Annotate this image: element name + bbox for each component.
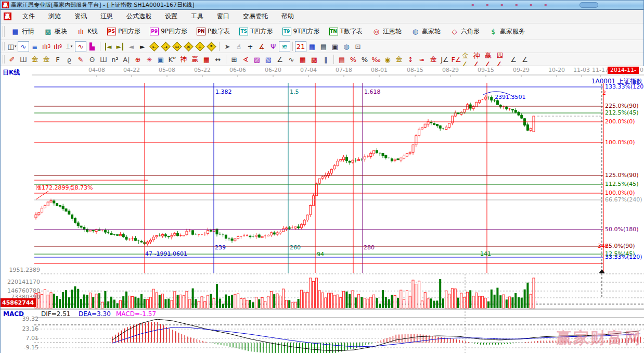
menu-item-7[interactable]: 工具 — [184, 10, 210, 23]
color-histogram-button[interactable]: ▙ — [86, 41, 98, 52]
spiral-button[interactable]: ϱ — [63, 54, 75, 65]
square-of-nine-button[interactable]: n² — [109, 54, 121, 65]
red-grid-button[interactable]: ▦ — [297, 54, 308, 65]
ray-box-button[interactable]: ▧ — [263, 54, 274, 65]
winner-service-button[interactable]: $赢家服务 — [484, 26, 530, 37]
t-table-button[interactable]: TNT数字表 — [325, 26, 367, 37]
gold-line-button[interactable]: 金 — [393, 54, 405, 65]
client-button[interactable]: ⊡ — [352, 41, 364, 52]
toolbar-grip[interactable] — [2, 42, 5, 51]
diamond-hrange-button[interactable]: ↔ — [171, 41, 183, 52]
menu-item-4[interactable]: 江恩 — [94, 10, 120, 23]
win-angle-button[interactable]: 赢∠ — [485, 54, 496, 65]
time-cycle-button[interactable]: Θ — [86, 54, 98, 65]
pointer-button[interactable]: ➤ — [222, 41, 233, 52]
grid123-button[interactable]: ▦ — [201, 54, 212, 65]
gold-circle-button[interactable]: ◉ — [382, 54, 393, 65]
red-grid2-button[interactable]: ▩ — [308, 54, 320, 65]
prev-button[interactable]: ◄ — [125, 41, 137, 52]
web-data-button[interactable]: ◍ — [341, 41, 352, 52]
diamond-x-button[interactable]: × — [183, 41, 194, 52]
menu-item-2[interactable]: 浏览 — [42, 10, 68, 23]
f-angle-button[interactable]: F∠ — [450, 54, 462, 65]
purple-tool-button[interactable]: Ψ — [267, 41, 279, 52]
period-combo-button[interactable]: ◫▾ — [6, 41, 18, 52]
bars3-button[interactable]: ılı3 — [41, 41, 52, 52]
menu-item-9[interactable]: 交易委托 — [236, 10, 275, 23]
red-wave-button[interactable]: ≈ — [416, 54, 428, 65]
p-square-button[interactable]: PSP四方形 — [102, 26, 145, 37]
fib-lines-button[interactable]: F — [52, 54, 63, 65]
save-button[interactable]: ▣ — [329, 41, 341, 52]
menu-item-3[interactable]: 资讯 — [68, 10, 94, 23]
gold-hlines-button[interactable]: 金 — [29, 54, 41, 65]
chart-canvas[interactable]: 日K线 1A0001 上证指数 04-0804-2205-0805-2206-0… — [1, 66, 644, 353]
zigzag-blue-button[interactable]: ∿ — [18, 41, 29, 52]
parallel-button[interactable]: ∥ — [320, 54, 331, 65]
kline-mark-button[interactable]: K” — [166, 54, 178, 65]
toolbar-grip[interactable] — [2, 26, 5, 37]
calculator-button[interactable]: ▦ — [306, 41, 318, 52]
sectors-button[interactable]: ▩板块 — [39, 26, 72, 37]
p-table-button[interactable]: PNP数字表 — [192, 26, 235, 37]
first-page-button[interactable]: ◄ — [102, 41, 114, 52]
updown-button[interactable]: ↕ — [405, 54, 416, 65]
hand-button[interactable]: ☝ — [233, 41, 244, 52]
t-square-button[interactable]: TST四方形 — [235, 26, 277, 37]
time-lines-button[interactable]: Ш — [18, 54, 29, 65]
notes-button[interactable]: ▤ — [318, 41, 329, 52]
diamond-star-button[interactable]: * — [205, 41, 217, 52]
wave-button[interactable]: ∿ — [286, 54, 297, 65]
calendar-button[interactable]: 21 — [295, 41, 306, 52]
menu-item-6[interactable]: 设置 — [158, 10, 184, 23]
menu-item-1[interactable]: 文件 — [16, 10, 42, 23]
gann-wheel-button[interactable]: ◎江恩轮 — [367, 26, 406, 37]
brain-button[interactable]: ≋ — [279, 41, 290, 52]
kline-button[interactable]: ılıK线 — [72, 26, 102, 37]
magic-angle-button[interactable]: 神∠ — [473, 54, 485, 65]
quotes-button[interactable]: ▦行情 — [6, 26, 39, 37]
bars9-button[interactable]: ılı9 — [52, 41, 63, 52]
win-tool-button[interactable]: 赢 — [189, 54, 201, 65]
gold-angle-button[interactable]: 金∠ — [462, 54, 473, 65]
next-button[interactable]: ► — [137, 41, 148, 52]
9p-square-button[interactable]: P99P四方形 — [145, 26, 192, 37]
gann-circle-button[interactable]: ⊕ — [132, 54, 144, 65]
info-list-button[interactable]: ≣ — [29, 41, 41, 52]
trend-angle-button[interactable]: ∠ — [274, 54, 286, 65]
h-measure-button[interactable]: ↔ — [212, 54, 224, 65]
diamond-right-button[interactable]: → — [160, 41, 171, 52]
last-page-button[interactable]: ► — [114, 41, 125, 52]
menu-item-5[interactable]: 公式选股 — [120, 10, 158, 23]
gold-red-button[interactable]: 金 — [428, 54, 439, 65]
candle-combo-button[interactable]: ⌶▾ — [63, 41, 75, 52]
box-star-button[interactable]: ▣ — [155, 54, 166, 65]
percent2-button[interactable]: % — [359, 54, 370, 65]
diamond-plus-button[interactable]: + — [194, 41, 205, 52]
gann-fan-button[interactable]: ∢ — [240, 54, 251, 65]
angle-measure-button[interactable]: ∡ — [256, 41, 267, 52]
crosshair-button[interactable]: + — [244, 41, 256, 52]
menu-item-8[interactable]: 窗口 — [210, 10, 236, 23]
star-tool-button[interactable]: ✳ — [144, 54, 155, 65]
j-angle-button[interactable]: J∠ — [439, 54, 450, 65]
zigzag-red-button[interactable]: ∿ — [75, 41, 86, 52]
magic-number-button[interactable]: 神 — [178, 54, 189, 65]
rect-tool-button[interactable]: ⊞ — [228, 54, 240, 65]
angle2-button[interactable]: ∠ — [519, 54, 531, 65]
9t-square-button[interactable]: T99T四方形 — [278, 26, 325, 37]
fan-box-button[interactable]: ▨ — [251, 54, 263, 65]
period-label[interactable]: 日K线 — [3, 68, 20, 77]
diamond-left-button[interactable]: ← — [148, 41, 160, 52]
text-label-button[interactable]: A| — [121, 54, 132, 65]
hexagon-button[interactable]: ◇六角形 — [445, 26, 484, 37]
four-angle-button[interactable]: 四∠ — [496, 54, 508, 65]
angle1-button[interactable]: ∠ — [508, 54, 519, 65]
winner-wheel-button[interactable]: ◍赢家轮 — [406, 26, 445, 37]
table-tool-button[interactable]: ▤ — [336, 54, 347, 65]
lines2-button[interactable]: Ш — [98, 54, 109, 65]
menu-item-10[interactable]: 帮助 — [275, 10, 301, 23]
percent-line-button[interactable]: % — [347, 54, 359, 65]
toolbar-grip[interactable] — [2, 55, 5, 64]
gold-vlines-button[interactable]: 金 — [41, 54, 52, 65]
